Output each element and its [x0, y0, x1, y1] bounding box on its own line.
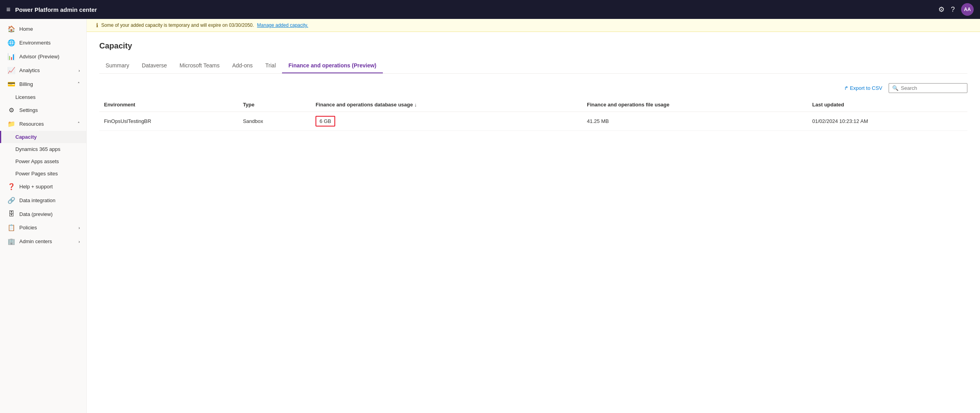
- sidebar-item-help[interactable]: ❓ Help + support: [0, 180, 86, 193]
- sidebar-item-label: Dynamics 365 apps: [15, 146, 60, 152]
- policies-icon: 📋: [7, 224, 15, 231]
- sidebar-item-analytics[interactable]: 📈 Analytics ›: [0, 63, 86, 77]
- search-icon: 🔍: [892, 85, 898, 91]
- sidebar-item-label: Settings: [19, 107, 38, 113]
- sidebar-item-label: Admin centers: [19, 238, 52, 244]
- sidebar-item-label: Capacity: [15, 134, 37, 140]
- environments-icon: 🌐: [7, 39, 15, 47]
- tab-trial[interactable]: Trial: [259, 58, 282, 73]
- billing-icon: 💳: [7, 80, 15, 88]
- dataintegration-icon: 🔗: [7, 197, 15, 204]
- environments-table: Environment Type Finance and operations …: [99, 98, 967, 131]
- sidebar-item-dynamics365[interactable]: Dynamics 365 apps: [0, 143, 86, 155]
- cell-type: Sandbox: [238, 112, 311, 131]
- cell-db-usage: 6 GB: [311, 112, 582, 131]
- info-icon: ℹ: [96, 22, 98, 28]
- sidebar-item-environments[interactable]: 🌐 Environments: [0, 36, 86, 50]
- data-icon: 🗄: [7, 210, 15, 218]
- sidebar-item-billing[interactable]: 💳 Billing ˄: [0, 77, 86, 91]
- sidebar-item-label: Home: [19, 26, 33, 32]
- settings-icon: ⚙: [7, 106, 15, 114]
- cell-file-usage: 41.25 MB: [582, 112, 807, 131]
- tab-addons[interactable]: Add-ons: [226, 58, 259, 73]
- cell-environment: FinOpsUslTestingBR: [99, 112, 238, 131]
- sidebar-item-licenses[interactable]: Licenses: [0, 91, 86, 103]
- chevron-up-icon: ˄: [78, 82, 80, 87]
- sidebar-item-label: Resources: [19, 121, 44, 127]
- sidebar-item-label: Advisor (Preview): [19, 54, 59, 60]
- sidebar-item-home[interactable]: 🏠 Home: [0, 22, 86, 36]
- sidebar-item-datapreview[interactable]: 🗄 Data (preview): [0, 207, 86, 221]
- sidebar-item-advisor[interactable]: 📊 Advisor (Preview): [0, 50, 86, 63]
- sidebar-item-settings[interactable]: ⚙ Settings: [0, 103, 86, 117]
- admincenters-icon: 🏢: [7, 238, 15, 245]
- col-environment: Environment: [99, 98, 238, 112]
- sidebar-item-policies[interactable]: 📋 Policies ›: [0, 221, 86, 234]
- tab-dataverse[interactable]: Dataverse: [135, 58, 173, 73]
- col-last-updated: Last updated: [807, 98, 967, 112]
- tab-summary[interactable]: Summary: [99, 58, 135, 73]
- sidebar-item-label: Analytics: [19, 67, 40, 73]
- tab-bar: Summary Dataverse Microsoft Teams Add-on…: [99, 58, 967, 74]
- search-box[interactable]: 🔍: [889, 83, 967, 93]
- settings-icon[interactable]: ⚙: [938, 5, 945, 14]
- page-title: Capacity: [99, 41, 967, 50]
- sidebar-item-label: Power Apps assets: [15, 158, 59, 164]
- sidebar-item-resources[interactable]: 📁 Resources ˄: [0, 117, 86, 131]
- sidebar-item-powerapps[interactable]: Power Apps assets: [0, 155, 86, 167]
- sidebar-item-label: Licenses: [15, 94, 35, 100]
- sidebar-item-admincenters[interactable]: 🏢 Admin centers ›: [0, 234, 86, 248]
- sidebar-item-dataintegration[interactable]: 🔗 Data integration: [0, 193, 86, 207]
- sidebar-item-label: Help + support: [19, 184, 53, 190]
- sidebar-item-powerpages[interactable]: Power Pages sites: [0, 167, 86, 180]
- page-content: Capacity Summary Dataverse Microsoft Tea…: [87, 32, 980, 413]
- sidebar-item-label: Data (preview): [19, 211, 53, 217]
- sidebar: 🏠 Home 🌐 Environments 📊 Advisor (Preview…: [0, 19, 87, 413]
- sidebar-item-label: Policies: [19, 225, 37, 231]
- col-file-usage: Finance and operations file usage: [582, 98, 807, 112]
- chevron-down-icon: ›: [78, 225, 80, 230]
- app-title: Power Platform admin center: [15, 6, 934, 13]
- sidebar-item-label: Environments: [19, 40, 50, 46]
- sidebar-item-label: Data integration: [19, 197, 56, 203]
- analytics-icon: 📈: [7, 67, 15, 74]
- export-csv-button[interactable]: ↱ Export to CSV: [844, 85, 882, 91]
- banner-message: Some of your added capacity is temporary…: [101, 22, 254, 28]
- col-db-usage: Finance and operations database usage ↓: [311, 98, 582, 112]
- advisor-icon: 📊: [7, 53, 15, 60]
- help-icon: ❓: [7, 183, 15, 190]
- table-row: FinOpsUslTestingBR Sandbox 6 GB 41.25 MB…: [99, 112, 967, 131]
- main-layout: 🏠 Home 🌐 Environments 📊 Advisor (Preview…: [0, 19, 980, 413]
- help-icon[interactable]: ?: [951, 6, 955, 14]
- db-usage-value: 6 GB: [316, 116, 335, 127]
- content-area: ℹ Some of your added capacity is tempora…: [87, 19, 980, 413]
- warning-banner: ℹ Some of your added capacity is tempora…: [87, 19, 980, 32]
- search-input[interactable]: [901, 85, 964, 91]
- topbar: ≡ Power Platform admin center ⚙ ? AA: [0, 0, 980, 19]
- sidebar-item-capacity[interactable]: Capacity: [0, 131, 86, 143]
- sidebar-item-label: Billing: [19, 81, 33, 87]
- banner-link[interactable]: Manage added capacity.: [257, 22, 308, 28]
- sidebar-item-label: Power Pages sites: [15, 171, 58, 177]
- menu-icon[interactable]: ≡: [6, 6, 11, 14]
- resources-icon: 📁: [7, 120, 15, 128]
- avatar[interactable]: AA: [961, 3, 974, 16]
- tab-microsoftteams[interactable]: Microsoft Teams: [173, 58, 226, 73]
- home-icon: 🏠: [7, 25, 15, 33]
- chevron-down-icon: ›: [78, 239, 80, 244]
- tab-finops[interactable]: Finance and operations (Preview): [282, 58, 382, 73]
- col-type: Type: [238, 98, 311, 112]
- cell-last-updated: 01/02/2024 10:23:12 AM: [807, 112, 967, 131]
- topbar-actions: ⚙ ? AA: [938, 3, 974, 16]
- table-header-row: Environment Type Finance and operations …: [99, 98, 967, 112]
- chevron-up-icon: ˄: [78, 121, 80, 127]
- chevron-down-icon: ›: [78, 68, 80, 73]
- table-toolbar: ↱ Export to CSV 🔍: [99, 83, 967, 93]
